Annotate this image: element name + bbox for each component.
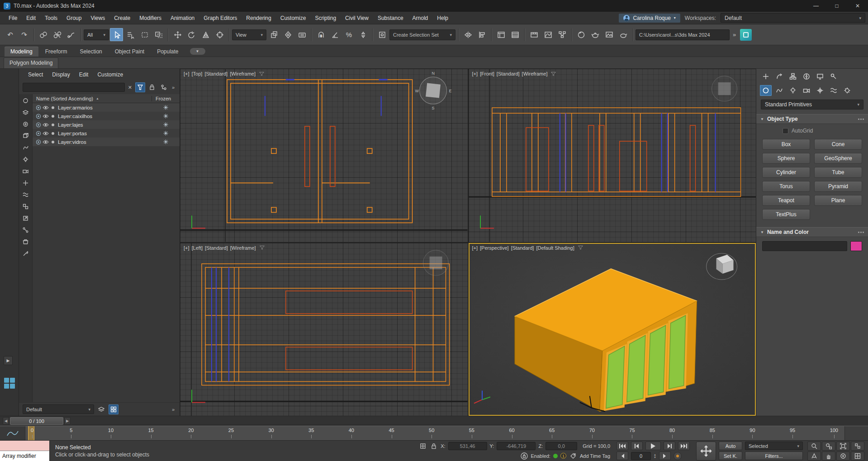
render-toggle-icon[interactable] [49, 123, 57, 127]
explorer-menu-item[interactable]: Customize [94, 70, 127, 79]
material-editor-icon[interactable] [574, 28, 588, 41]
keyboard-shortcut-override-icon[interactable] [295, 28, 308, 41]
layer-color-icon[interactable] [35, 105, 42, 110]
next-frame-button[interactable] [664, 442, 675, 450]
object-type-rollout[interactable]: ▼ Object Type [756, 114, 868, 124]
primitive-button[interactable]: Plane [814, 195, 862, 206]
menu-item[interactable]: Arnold [408, 13, 432, 23]
menu-item[interactable]: Customize [276, 13, 310, 23]
previous-key-button[interactable] [617, 451, 628, 460]
explorer-grid-view-icon[interactable] [109, 404, 119, 414]
modify-tab-icon[interactable] [773, 71, 785, 82]
menu-item[interactable]: Civil View [341, 13, 373, 23]
primitive-button[interactable]: GeoSphere [814, 153, 862, 164]
set-key-button[interactable]: Set K. [719, 451, 742, 460]
curve-editor-icon[interactable] [541, 28, 555, 41]
geometry-category-icon[interactable] [760, 85, 772, 96]
viewport-perspective[interactable]: [+] [Perspective] [Standard] [Default Sh… [469, 243, 756, 416]
frozen-snowflake-icon[interactable] [152, 105, 180, 110]
polygon-modeling-panel[interactable]: Polygon Modeling [4, 57, 58, 68]
viewport-layout-tabs-icon[interactable] [4, 378, 15, 389]
viewcube[interactable] [706, 253, 737, 280]
toolbar-overflow-icon[interactable]: » [730, 31, 738, 38]
display-groups-icon[interactable] [21, 202, 30, 211]
viewport-view-menu[interactable]: [Perspective] [480, 245, 509, 251]
key-filters-button[interactable]: Filters... [745, 451, 803, 460]
render-toggle-icon[interactable] [49, 114, 57, 118]
ruler-frame-label[interactable]: 90 [749, 428, 755, 438]
menu-item[interactable]: Views [86, 13, 109, 23]
display-xrefs-icon[interactable] [21, 214, 30, 223]
zoom-icon[interactable] [807, 442, 821, 451]
menu-item[interactable]: Modifiers [135, 13, 166, 23]
ruler-frame-label[interactable]: 75 [629, 428, 635, 438]
select-and-move-icon[interactable] [171, 28, 184, 41]
ruler-frame-label[interactable]: 35 [308, 428, 314, 438]
select-and-rotate-icon[interactable] [185, 28, 198, 41]
explorer-empty-area[interactable] [33, 146, 180, 402]
viewport-filter-icon[interactable] [551, 72, 556, 76]
rectangular-selection-region-icon[interactable] [138, 28, 151, 41]
named-selection-set-dropdown[interactable]: Create Selection Set ▾ [389, 29, 455, 40]
viewcube[interactable]: N W E S [415, 71, 452, 110]
viewport-menu-plus[interactable]: [+] [472, 71, 478, 76]
time-slider-next-icon[interactable]: ▶ [64, 417, 71, 425]
display-spacewarps-icon[interactable] [21, 190, 30, 199]
primitive-button[interactable]: Tube [814, 167, 862, 178]
ruler-frame-label[interactable]: 15 [148, 428, 153, 438]
layer-row[interactable]: Layer:armarios [33, 103, 180, 112]
next-key-button[interactable] [659, 451, 671, 460]
x-coordinate-field[interactable] [448, 442, 487, 450]
pan-hand-icon[interactable] [822, 451, 835, 461]
create-tab-icon[interactable] [760, 71, 772, 82]
animation-enabled-indicator[interactable] [553, 454, 558, 458]
helpers-category-icon[interactable] [814, 85, 826, 96]
shapes-category-icon[interactable] [773, 85, 785, 96]
link-icon[interactable] [37, 28, 50, 41]
close-button[interactable]: ✕ [847, 0, 868, 12]
rail-expand-icon[interactable]: ▶ [4, 356, 13, 365]
motion-tab-icon[interactable] [801, 71, 812, 82]
primitive-button[interactable]: Sphere [762, 153, 810, 164]
menu-item[interactable]: File [5, 13, 21, 23]
hierarchy-tab-icon[interactable] [787, 71, 799, 82]
viewport-menu-plus[interactable]: [+] [184, 71, 190, 76]
ribbon-tab[interactable]: Freeform [39, 47, 73, 57]
y-coordinate-field[interactable] [497, 442, 536, 450]
auto-key-button[interactable]: Auto [719, 442, 742, 450]
menu-item[interactable]: Tools [41, 13, 62, 23]
systems-category-icon[interactable] [841, 85, 853, 96]
object-name-field[interactable] [762, 241, 847, 251]
layer-color-icon[interactable] [35, 139, 42, 145]
primitive-button[interactable]: Teapot [762, 195, 810, 206]
use-pivot-center-icon[interactable] [267, 28, 280, 41]
percent-snap-icon[interactable]: % [342, 28, 356, 41]
viewport-standard-menu[interactable]: [Standard] [511, 245, 534, 251]
minimize-button[interactable]: — [806, 0, 826, 12]
orbit-icon[interactable] [836, 451, 850, 461]
spacewarps-category-icon[interactable] [828, 85, 840, 96]
ruler-frame-label[interactable]: 65 [549, 428, 555, 438]
user-account-menu[interactable]: Carolina Roque ▾ [619, 14, 680, 23]
viewport-menu-plus[interactable]: [+] [184, 245, 190, 251]
pick-layer-icon[interactable] [21, 249, 30, 258]
viewport-filter-icon[interactable] [578, 246, 583, 250]
lights-category-icon[interactable] [787, 85, 799, 96]
unlink-icon[interactable] [51, 28, 64, 41]
selected-set-dropdown[interactable]: Selected ▾ [745, 442, 803, 450]
edit-named-selection-sets-icon[interactable] [375, 28, 389, 41]
viewport-view-menu[interactable]: [Front] [480, 71, 494, 76]
viewport-shading-menu[interactable]: [Wireframe] [230, 71, 256, 76]
ruler-frame-label[interactable]: 10 [108, 428, 114, 438]
viewport-shading-menu[interactable]: [Wireframe] [522, 71, 548, 76]
ruler-frame-label[interactable]: 70 [589, 428, 595, 438]
rendered-frame-window-icon[interactable] [602, 28, 616, 41]
render-in-cloud-icon[interactable] [740, 29, 752, 41]
hierarchy-mode-icon[interactable] [159, 82, 169, 92]
render-setup-icon[interactable] [588, 28, 602, 41]
viewport-left[interactable]: [+] [Left] [Standard] [Wireframe] [180, 243, 468, 416]
primitive-button[interactable]: Cone [814, 139, 862, 150]
ribbon-tab[interactable]: Populate [151, 47, 184, 57]
render-toggle-icon[interactable] [49, 132, 57, 135]
visibility-eye-icon[interactable] [42, 131, 49, 136]
